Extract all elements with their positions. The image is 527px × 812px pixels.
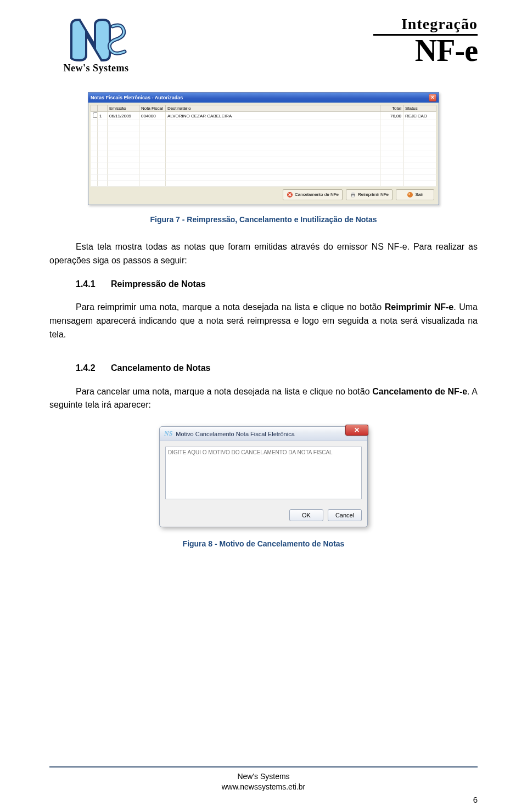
footer-rule	[49, 766, 478, 768]
notas-autorizadas-window: Notas Fiscais Eletrônicas - Autorizadas …	[88, 92, 439, 205]
section-141-heading: 1.4.1 Reimpressão de Notas	[49, 278, 478, 291]
logo-right-line1: Integração	[373, 15, 478, 33]
body-bold: Reimprimir NF-e	[385, 302, 454, 312]
col-emissao: Emissão	[108, 105, 139, 112]
row-status: REJEICAO	[403, 112, 436, 120]
col-notafiscal: Nota Fiscal	[139, 105, 166, 112]
ns-logo-icon	[63, 15, 129, 65]
ns-mini-icon: NS	[164, 430, 172, 438]
window-titlebar: Notas Fiscais Eletrônicas - Autorizadas …	[88, 93, 439, 103]
cancelamento-nfe-button[interactable]: Cancelamento de NFe	[283, 189, 343, 200]
section-141-body: Para reimprimir uma nota, marque a nota …	[49, 301, 478, 341]
reimprimir-nfe-button[interactable]: Reimprimir NFe	[346, 189, 393, 200]
exit-icon	[407, 191, 413, 198]
cancel-icon	[287, 191, 293, 198]
dialog-title: Motivo Cancelamento Nota Fiscal Eletrôni…	[176, 431, 294, 437]
row-num: 1	[98, 112, 108, 120]
section-number: 1.4.2	[76, 363, 96, 373]
section-number: 1.4.1	[76, 279, 96, 289]
button-label: Cancel	[335, 512, 354, 518]
page-footer: New's Systems www.newssystems.eti.br 6	[49, 766, 478, 792]
body-text-a: Para reimprimir uma nota, marque a nota …	[76, 302, 385, 312]
footer-line2: www.newssystems.eti.br	[49, 782, 478, 792]
svg-rect-3	[352, 195, 355, 197]
ok-button[interactable]: OK	[289, 509, 323, 521]
logo-left: New's Systems	[49, 15, 143, 74]
logo-right: Integração NF-e	[373, 15, 478, 64]
window-button-row: Cancelamento de NFe Reimprimir NFe Sair	[91, 187, 436, 202]
notas-table: Emissão Nota Fiscal Destinatário Total S…	[91, 105, 436, 187]
button-label: Sair	[415, 193, 423, 197]
close-icon[interactable]: ×	[429, 94, 436, 101]
col-num	[98, 105, 108, 112]
row-dest: ALVORINO CEZAR CABELEIRA	[166, 112, 380, 120]
intro-paragraph: Esta tela mostra todas as notas que fora…	[49, 240, 478, 268]
col-status: Status	[403, 105, 436, 112]
svg-point-5	[408, 193, 410, 195]
motivo-input[interactable]	[165, 447, 362, 499]
table-row[interactable]: 1 06/11/2009 004000 ALVORINO CEZAR CABEL…	[91, 112, 436, 120]
section-142-heading: 1.4.2 Cancelamento de Notas	[49, 362, 478, 375]
col-check	[91, 105, 98, 112]
logo-left-text: New's Systems	[64, 63, 129, 74]
figure7-caption: Figura 7 - Reimpressão, Cancelamento e I…	[49, 215, 478, 224]
row-nf: 004000	[139, 112, 166, 120]
page-header: New's Systems Integração NF-e	[49, 15, 478, 92]
row-emissao: 06/11/2009	[108, 112, 139, 120]
figure8-caption: Figura 8 - Motivo de Cancelamento de Not…	[49, 539, 478, 548]
svg-rect-2	[352, 193, 355, 194]
sair-button[interactable]: Sair	[396, 189, 434, 200]
button-label: OK	[302, 512, 311, 518]
button-label: Reimprimir NFe	[358, 193, 389, 197]
dialog-titlebar: NS Motivo Cancelamento Nota Fiscal Eletr…	[160, 427, 367, 441]
section-title: Reimpressão de Notas	[111, 279, 206, 289]
row-total: 78,00	[380, 112, 403, 120]
motivo-cancelamento-dialog: NS Motivo Cancelamento Nota Fiscal Eletr…	[159, 426, 368, 527]
body-text-a: Para cancelar uma nota, marque a nota de…	[76, 387, 372, 396]
section-142-body: Para cancelar uma nota, marque a nota de…	[49, 385, 478, 413]
col-destinatario: Destinatário	[166, 105, 380, 112]
footer-line1: New's Systems	[49, 771, 478, 782]
window-title: Notas Fiscais Eletrônicas - Autorizadas	[91, 95, 183, 100]
svg-point-4	[407, 192, 413, 198]
col-total: Total	[380, 105, 403, 112]
button-label: Cancelamento de NFe	[295, 193, 339, 197]
page-number: 6	[473, 795, 478, 804]
row-checkbox[interactable]	[91, 112, 98, 120]
dialog-button-row: OK Cancel	[160, 506, 367, 527]
cancel-button[interactable]: Cancel	[328, 509, 362, 521]
table-header-row: Emissão Nota Fiscal Destinatário Total S…	[91, 105, 436, 112]
close-icon[interactable]: ✕	[345, 425, 368, 436]
logo-right-line2: NF-e	[373, 37, 478, 64]
body-bold: Cancelamento de NF-e	[372, 387, 467, 396]
printer-icon	[350, 191, 356, 198]
section-title: Cancelamento de Notas	[111, 363, 210, 373]
